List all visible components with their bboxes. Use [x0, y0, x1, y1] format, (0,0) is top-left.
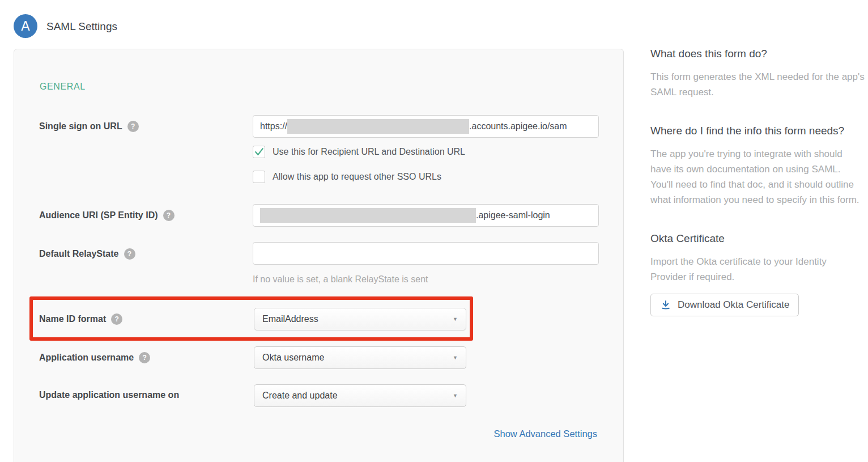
help-sidebar: What does this form do? This form genera… [650, 48, 865, 316]
saml-settings-panel: GENERAL Single sign on URL ? https:// .a… [14, 49, 624, 462]
app-username-select[interactable]: Okta username ▼ [254, 346, 466, 369]
sidebar-heading-where: Where do I find the info this form needs… [650, 125, 865, 137]
update-username-label-text: Update application username on [39, 390, 179, 400]
help-icon[interactable]: ? [111, 313, 122, 325]
audience-uri-label: Audience URI (SP Entity ID) ? [39, 210, 175, 221]
name-id-format-label-text: Name ID format [39, 314, 106, 324]
sso-url-label: Single sign on URL ? [39, 121, 139, 132]
show-advanced-settings-link[interactable]: Show Advanced Settings [493, 429, 597, 439]
relay-state-hint: If no value is set, a blank RelayState i… [253, 274, 428, 285]
sso-url-value-prefix: https:// [260, 121, 287, 132]
update-username-value: Create and update [262, 391, 338, 401]
sidebar-heading-certificate: Okta Certificate [650, 232, 865, 245]
name-id-format-select[interactable]: EmailAddress ▼ [254, 308, 466, 330]
sso-url-input[interactable]: https:// .accounts.apigee.io/sam [253, 115, 599, 138]
relay-state-input[interactable] [253, 242, 599, 265]
update-username-select[interactable]: Create and update ▼ [254, 384, 466, 407]
sidebar-heading-what: What does this form do? [650, 48, 865, 60]
name-id-format-label: Name ID format ? [39, 313, 122, 325]
section-title-general: GENERAL [40, 82, 86, 92]
app-username-label: Application username ? [39, 352, 150, 363]
recipient-url-checkbox-row: Use this for Recipient URL and Destinati… [253, 146, 465, 158]
recipient-url-checkbox-label: Use this for Recipient URL and Destinati… [273, 147, 465, 157]
relay-state-label-text: Default RelayState [39, 249, 119, 259]
step-badge: A [14, 14, 37, 38]
audience-uri-value-suffix: .apigee-saml-login [476, 210, 550, 221]
sidebar-body-what: This form generates the XML needed for t… [650, 69, 865, 100]
download-button-label: Download Okta Certificate [678, 299, 789, 311]
checkmark-icon [253, 146, 265, 158]
name-id-format-value: EmailAddress [262, 314, 318, 324]
redacted-value [287, 119, 469, 134]
chevron-down-icon: ▼ [453, 393, 458, 399]
relay-state-label: Default RelayState ? [39, 248, 135, 260]
app-username-value: Okta username [262, 353, 324, 363]
help-icon[interactable]: ? [127, 121, 139, 132]
help-icon[interactable]: ? [139, 352, 150, 363]
audience-uri-input[interactable]: .apigee-saml-login [253, 204, 599, 227]
sidebar-body-certificate: Import the Okta certificate to your Iden… [650, 254, 865, 285]
help-icon[interactable]: ? [124, 248, 135, 260]
app-username-label-text: Application username [39, 353, 134, 363]
download-okta-certificate-button[interactable]: Download Okta Certificate [650, 294, 799, 316]
other-sso-checkbox-label: Allow this app to request other SSO URLs [273, 172, 441, 182]
sso-url-value-suffix: .accounts.apigee.io/sam [469, 121, 567, 132]
other-sso-checkbox[interactable] [253, 171, 265, 183]
sidebar-body-where: The app you're trying to integrate with … [650, 146, 865, 207]
audience-uri-label-text: Audience URI (SP Entity ID) [39, 210, 158, 221]
chevron-down-icon: ▼ [453, 316, 458, 322]
chevron-down-icon: ▼ [453, 355, 458, 361]
help-icon[interactable]: ? [163, 210, 175, 221]
recipient-url-checkbox[interactable] [253, 146, 265, 158]
sso-url-label-text: Single sign on URL [39, 121, 122, 132]
other-sso-checkbox-row: Allow this app to request other SSO URLs [253, 171, 441, 183]
page-title: SAML Settings [46, 20, 117, 33]
redacted-value [260, 208, 476, 223]
download-icon [660, 299, 671, 311]
update-username-label: Update application username on [39, 390, 179, 400]
